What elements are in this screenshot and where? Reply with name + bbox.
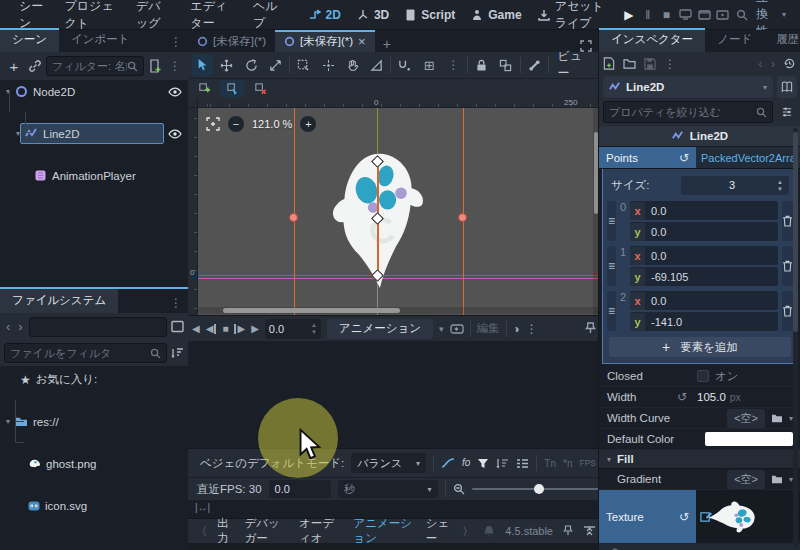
select-region-button[interactable]	[293, 54, 314, 76]
resource-options-icon[interactable]: ⋮	[664, 57, 676, 71]
run-current-scene-icon[interactable]	[714, 4, 731, 26]
zoom-level[interactable]: 121.0 %	[252, 118, 292, 130]
stop-button[interactable]: ■	[658, 4, 675, 26]
play-button[interactable]: ▶	[621, 4, 638, 26]
dock-menu-icon[interactable]: ⋮	[164, 32, 188, 52]
animation-dropdown-icon[interactable]: ▾	[439, 324, 444, 334]
add-point-button[interactable]	[192, 80, 216, 98]
skeleton-bone-button[interactable]	[523, 54, 544, 76]
tree-row-animationplayer[interactable]: AnimationPlayer	[0, 165, 188, 186]
property-filter-input[interactable]	[609, 106, 756, 118]
property-closed-row[interactable]: Closed オン	[599, 366, 800, 387]
gradient-empty-button[interactable]: <空>	[727, 470, 765, 489]
autokey-icon[interactable]	[450, 323, 464, 335]
nav-back-icon[interactable]: ‹	[4, 319, 12, 334]
revert-icon[interactable]: ↺	[679, 151, 689, 165]
add-element-button[interactable]: + 要素を追加	[609, 337, 791, 357]
panel-output[interactable]: 出力	[217, 516, 234, 546]
bezier-mode-dropdown[interactable]: バランス ▾	[351, 453, 426, 473]
key-type-kn-icon[interactable]: *n	[563, 458, 572, 469]
h-scrollbar[interactable]	[198, 307, 600, 314]
tab-node[interactable]: ノード	[705, 28, 764, 52]
property-texture-row[interactable]: Texture ↺ ▾	[599, 490, 800, 544]
anim-next-key-icon[interactable]: ▶	[234, 324, 245, 334]
delete-point-button[interactable]	[248, 80, 272, 98]
drag-handle-icon[interactable]: ≡	[607, 291, 616, 331]
open-docs-icon[interactable]	[777, 76, 797, 98]
lock-button[interactable]	[471, 54, 492, 76]
anim-options-icon[interactable]: ⋮	[526, 323, 538, 335]
rotate-tool-button[interactable]	[241, 54, 262, 76]
move-point-button[interactable]	[220, 80, 244, 98]
load-resource-folder-icon[interactable]	[623, 58, 636, 69]
texture-thumbnail[interactable]	[708, 500, 756, 534]
onion-skinning-icon[interactable]: ◑	[513, 323, 520, 335]
inspector-scrollbar[interactable]	[793, 128, 798, 548]
panels-scroll-right-icon[interactable]: 〉	[462, 524, 473, 539]
element-2-x-field[interactable]: x0.0	[630, 291, 778, 310]
anim-play-icon[interactable]: ▶	[251, 324, 259, 334]
run-with-zoom-icon[interactable]	[733, 4, 750, 26]
path-input[interactable]	[35, 321, 161, 333]
delete-element-trash-icon[interactable]	[782, 201, 793, 241]
panel-debugger[interactable]: デバッガー	[244, 516, 288, 546]
property-width-curve-row[interactable]: Width Curve <空> ▾	[599, 408, 800, 429]
add-node-button[interactable]: +	[4, 56, 24, 76]
folder-icon[interactable]	[771, 474, 783, 484]
anim-edit-button[interactable]: 編集	[477, 321, 500, 336]
tab-history[interactable]: 履歴	[764, 28, 800, 52]
zoom-out-button[interactable]: −	[228, 116, 244, 132]
tab-scene[interactable]: シーン	[0, 28, 59, 52]
tab-import[interactable]: インポート	[59, 28, 142, 52]
workspace-2d[interactable]: 2D	[302, 4, 348, 26]
filter-funnel-icon[interactable]	[477, 458, 489, 469]
anim-prev-key-icon[interactable]: ◀	[206, 324, 217, 334]
folder-icon[interactable]	[771, 413, 783, 423]
save-resource-icon[interactable]	[644, 58, 656, 70]
scene-tab-1[interactable]: [未保存](*)	[188, 30, 275, 52]
color-swatch[interactable]	[705, 432, 793, 446]
smart-snap-button[interactable]	[394, 54, 415, 76]
h-scrollbar-thumb[interactable]	[223, 308, 400, 313]
timeline-zoom-slider[interactable]	[472, 482, 596, 496]
element-0-x-field[interactable]: x0.0	[630, 201, 778, 220]
revert-icon[interactable]: ↺	[679, 510, 689, 524]
workspace-game[interactable]: Game	[464, 4, 528, 26]
array-size-spinner[interactable]: 3 ▲▼	[681, 176, 789, 195]
width-curve-empty-button[interactable]: <空>	[727, 409, 765, 428]
ruler-tool-button[interactable]	[366, 54, 387, 76]
spinner-arrows-icon[interactable]: ▲▼	[311, 322, 317, 335]
spinner-arrows-icon[interactable]: ▲▼	[777, 179, 783, 192]
function-icon[interactable]: fo	[462, 458, 470, 468]
close-tab-icon[interactable]: ×	[358, 34, 366, 49]
visibility-eye-icon[interactable]	[168, 86, 182, 98]
pan-tool-button[interactable]	[342, 54, 363, 76]
split-mode-icon[interactable]	[171, 320, 184, 333]
section-fill[interactable]: ▾ Fill	[599, 450, 800, 469]
delete-element-trash-icon[interactable]	[782, 291, 793, 331]
select-tool-button[interactable]	[192, 54, 213, 76]
pin-bottom-panel-icon[interactable]	[563, 525, 573, 537]
element-0-y-field[interactable]: y0.0	[630, 222, 778, 241]
slider-handle[interactable]	[534, 484, 544, 494]
tab-inspector[interactable]: インスペクター	[599, 28, 705, 52]
bezier-curve-icon[interactable]	[441, 457, 455, 469]
snap-pivot-button[interactable]	[317, 54, 338, 76]
grid-snap-button[interactable]: ⊞	[418, 54, 439, 76]
inspector-tools-icon[interactable]	[777, 101, 797, 123]
anim-stop-icon[interactable]: ■	[222, 324, 228, 334]
panel-audio[interactable]: オーディオ	[299, 516, 343, 546]
workspace-script[interactable]: Script	[398, 4, 462, 26]
element-1-x-field[interactable]: x0.0	[630, 246, 778, 265]
element-1-y-field[interactable]: y-69.105	[630, 267, 778, 286]
file-row-icon-svg[interactable]: icon.svg	[0, 495, 188, 516]
closed-checkbox[interactable]	[697, 370, 709, 382]
zoom-timeline-icon[interactable]	[453, 483, 465, 495]
width-handle-right[interactable]	[458, 213, 467, 222]
drag-handle-icon[interactable]: ≡	[607, 246, 616, 286]
delete-element-trash-icon[interactable]	[782, 246, 793, 286]
visibility-eye-icon[interactable]	[168, 128, 182, 140]
snap-value-box[interactable]: 0.0	[269, 480, 332, 498]
animation-track-area[interactable]	[188, 341, 600, 448]
center-view-icon[interactable]	[206, 117, 220, 131]
